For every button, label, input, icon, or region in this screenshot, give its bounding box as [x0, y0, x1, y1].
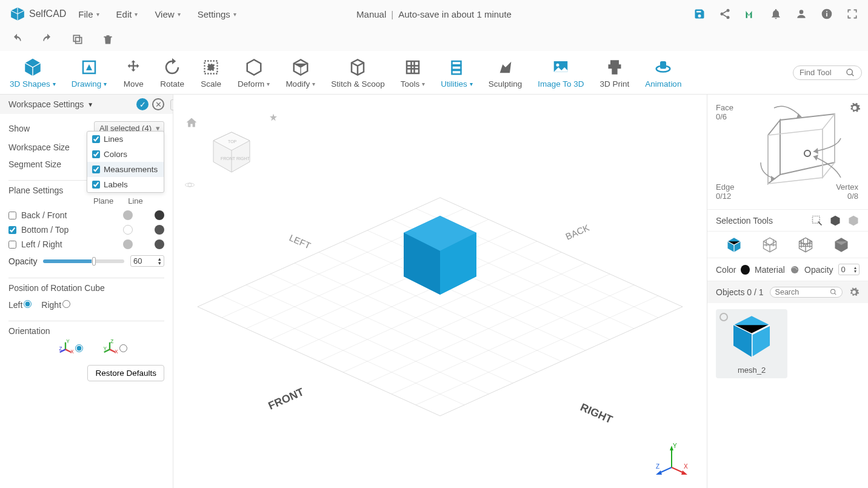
rotation-cube[interactable]: FRONTRIGHTTOP — [207, 129, 256, 177]
svg-rect-6 — [826, 11, 827, 12]
menu-file[interactable]: File — [78, 9, 99, 19]
workspace-settings-header[interactable]: Workspace Settings▼ ✓ ✕ — [0, 95, 173, 114]
opacity-input[interactable]: 0▴▾ — [838, 264, 860, 275]
delete-icon[interactable] — [102, 33, 114, 45]
home-icon[interactable] — [185, 116, 198, 129]
axis-gizmo: Y Z X — [655, 443, 689, 477]
menu-settings[interactable]: Settings — [198, 9, 236, 19]
svg-point-0 — [727, 9, 730, 12]
solid-mode-icon[interactable] — [726, 236, 743, 253]
copy-icon[interactable] — [72, 33, 84, 45]
tool-utilities[interactable]: Utilities — [437, 55, 476, 90]
plane-back-front[interactable]: Back / Front — [8, 210, 164, 220]
plane-left-right[interactable]: Left / Right — [8, 239, 164, 249]
object-item-mesh-2[interactable]: mesh_2 — [716, 309, 787, 378]
show-option-lines[interactable]: Lines — [87, 132, 164, 147]
shaded-mode-icon[interactable] — [833, 236, 850, 253]
tool-sculpting[interactable]: Sculpting — [485, 55, 526, 90]
marquee-select-icon[interactable] — [811, 215, 823, 227]
select-circle[interactable] — [719, 313, 728, 321]
orientation-yzx[interactable]: ZYX — [101, 339, 127, 356]
fullscreen-icon[interactable] — [846, 8, 858, 20]
close-icon[interactable]: ✕ — [152, 98, 164, 110]
tool-modify[interactable]: Modify — [282, 55, 319, 90]
svg-text:Y: Y — [66, 339, 70, 344]
tool-drawing[interactable]: Drawing — [68, 55, 111, 90]
tool-tools[interactable]: Tools — [397, 55, 429, 90]
object-list: mesh_2 — [707, 303, 868, 384]
user-icon[interactable] — [795, 8, 807, 20]
bell-icon[interactable] — [770, 8, 782, 20]
svg-point-2 — [727, 16, 730, 19]
svg-point-33 — [188, 183, 192, 187]
color-swatch[interactable] — [741, 265, 750, 275]
rotation-left[interactable]: Left — [8, 300, 32, 310]
confirm-icon[interactable]: ✓ — [136, 98, 149, 110]
tool-image-to-3d[interactable]: Image To 3D — [534, 55, 587, 90]
show-option-colors[interactable]: Colors — [87, 147, 164, 162]
display-modes — [707, 232, 868, 258]
redo-icon[interactable] — [41, 33, 53, 45]
svg-text:Y: Y — [104, 346, 107, 352]
show-option-labels[interactable]: Labels — [87, 177, 164, 192]
tool-move[interactable]: Move — [119, 55, 148, 90]
wire-mode-icon[interactable] — [761, 236, 778, 253]
svg-text:Z: Z — [110, 339, 113, 344]
find-tool-input[interactable] — [800, 68, 842, 77]
show-option-measurements[interactable]: Measurements — [87, 162, 164, 177]
mesh-mode-icon[interactable] — [797, 236, 814, 253]
svg-rect-13 — [452, 61, 461, 65]
light-icon[interactable] — [268, 113, 279, 124]
m-icon[interactable] — [744, 8, 756, 20]
svg-point-20 — [847, 69, 852, 75]
opacity-value[interactable]: 60▴▾ — [130, 255, 164, 267]
svg-point-1 — [721, 13, 724, 16]
menu-items: File Edit View Settings — [78, 9, 236, 19]
svg-rect-12 — [407, 61, 419, 73]
svg-rect-8 — [73, 35, 79, 41]
save-icon[interactable] — [693, 8, 706, 20]
svg-point-84 — [791, 266, 798, 273]
tool-deform[interactable]: Deform — [234, 55, 273, 90]
tool-3d-shapes[interactable]: 3D Shapes — [6, 55, 59, 90]
selection-cube[interactable]: Face0/6 Edge0/12 Vertex0/8 — [707, 95, 868, 210]
plane-header: PlaneLine — [93, 196, 164, 206]
object-search[interactable] — [770, 287, 843, 298]
cube-select-alt-icon[interactable] — [847, 215, 860, 227]
tool-scale[interactable]: Scale — [196, 55, 225, 90]
plane-bottom-top[interactable]: Bottom / Top — [8, 225, 164, 235]
undo-icon[interactable] — [11, 33, 23, 45]
status-text: Manual|Auto-save in about 1 minute — [356, 9, 512, 19]
cube-select-icon[interactable] — [829, 215, 841, 227]
tool-stitch[interactable]: Stitch & Scoop — [327, 55, 389, 90]
color-material-row: Color Material Opacity 0▴▾ — [707, 258, 868, 281]
menu-view[interactable]: View — [155, 9, 180, 19]
svg-marker-82 — [813, 155, 818, 161]
share-icon[interactable] — [719, 8, 731, 20]
tool-rotate[interactable]: Rotate — [156, 55, 188, 90]
main-area: Workspace Settings▼ ✓ ✕ ‹ Show All selec… — [0, 95, 868, 488]
orientation-zyx[interactable]: YZX — [57, 339, 83, 356]
search-icon — [830, 288, 837, 296]
object-search-input[interactable] — [775, 288, 830, 296]
svg-rect-19 — [660, 61, 666, 69]
undo-bar — [0, 28, 868, 51]
orbit-icon[interactable] — [184, 179, 195, 190]
opacity-slider[interactable] — [43, 259, 124, 263]
info-icon[interactable] — [821, 8, 833, 20]
tool-animation[interactable]: Animation — [641, 55, 685, 90]
svg-rect-7 — [76, 38, 82, 44]
find-tool[interactable] — [793, 65, 862, 80]
gear-icon[interactable] — [849, 287, 860, 298]
menu-edit[interactable]: Edit — [116, 9, 138, 19]
rotation-cube-title: Position of Rotation Cube — [8, 278, 164, 293]
3d-viewport[interactable]: FRONTRIGHTTOP — [173, 95, 707, 488]
opacity-label: Opacity — [8, 256, 37, 266]
restore-defaults-button[interactable]: Restore Defaults — [87, 365, 164, 381]
svg-text:LEFT: LEFT — [288, 232, 312, 250]
rotation-right[interactable]: Right — [41, 300, 70, 310]
tool-3d-print[interactable]: 3D Print — [596, 55, 633, 90]
menubar: SelfCAD File Edit View Settings Manual|A… — [0, 0, 868, 28]
material-icon[interactable] — [790, 264, 800, 275]
svg-rect-15 — [452, 70, 461, 74]
